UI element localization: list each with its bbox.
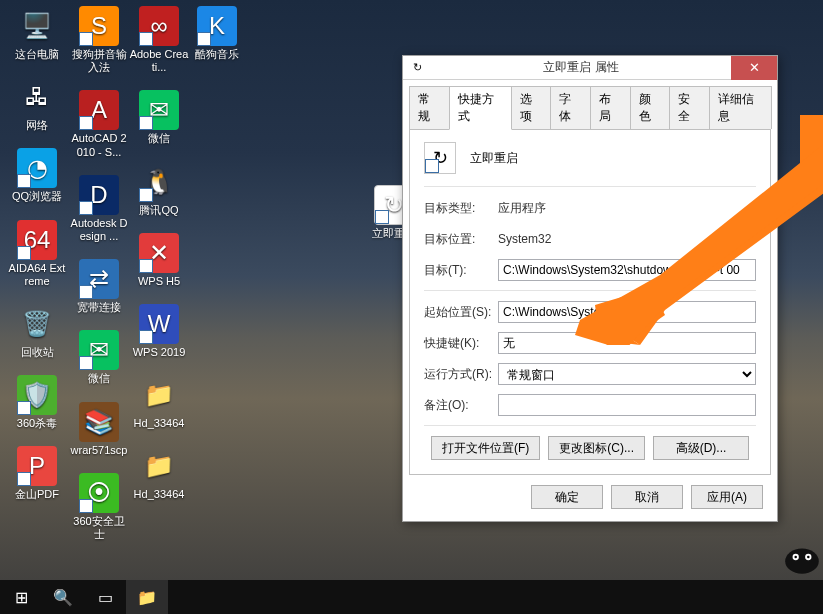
label-target: 目标(T): [424,262,498,279]
label-comment: 备注(O): [424,397,498,414]
app-icon: K [197,6,237,46]
svg-point-4 [785,549,819,574]
desktop-icon[interactable]: 🛡️360杀毒 [6,375,68,430]
select-run[interactable]: 常规窗口 [498,363,756,385]
desktop-icon-label: 金山PDF [15,488,59,501]
task-view-button[interactable]: ▭ [84,580,126,614]
desktop-icon[interactable]: P金山PDF [6,446,68,501]
start-button[interactable]: ⊞ [0,580,42,614]
desktop-icon-label: Hd_33464 [134,488,185,501]
app-icon: P [17,446,57,486]
window-icon: ↻ [409,60,425,76]
app-icon: ✉ [79,330,119,370]
desktop-icon-label: 360杀毒 [17,417,57,430]
app-icon: ∞ [139,6,179,46]
dialog-footer: 确定 取消 应用(A) [403,475,777,521]
input-target[interactable] [498,259,756,281]
desktop-icon[interactable]: S搜狗拼音输入法 [68,6,130,74]
desktop-icon-label: 酷狗音乐 [195,48,239,61]
close-button[interactable]: ✕ [731,56,777,80]
tab-颜色[interactable]: 颜色 [630,86,671,129]
desktop-icon[interactable]: 📁Hd_33464 [128,375,190,430]
app-icon: 🖧 [17,77,57,117]
app-icon: ✕ [139,233,179,273]
value-target-type: 应用程序 [498,200,756,217]
input-hotkey[interactable] [498,332,756,354]
desktop-icon-label: wrar571scp [71,444,128,457]
app-icon: 🗑️ [17,304,57,344]
tab-布局[interactable]: 布局 [590,86,631,129]
desktop-icon[interactable]: K酷狗音乐 [186,6,248,61]
apply-button[interactable]: 应用(A) [691,485,763,509]
desktop-icon[interactable]: ⇄宽带连接 [68,259,130,314]
ok-button[interactable]: 确定 [531,485,603,509]
svg-point-8 [807,556,810,559]
tab-安全[interactable]: 安全 [669,86,710,129]
search-button[interactable]: 🔍 [42,580,84,614]
label-start-in: 起始位置(S): [424,304,498,321]
svg-point-7 [794,556,797,559]
desktop-icon[interactable]: ✉微信 [128,90,190,145]
explorer-button[interactable]: 📁 [126,580,168,614]
value-target-location: System32 [498,232,756,246]
tab-常规[interactable]: 常规 [409,86,450,129]
label-run: 运行方式(R): [424,366,498,383]
desktop-icon[interactable]: WWPS 2019 [128,304,190,359]
properties-dialog: ↻ 立即重启 属性 ✕ 常规快捷方式选项字体布局颜色安全详细信息 ↻ 立即重启 … [402,55,778,522]
titlebar[interactable]: ↻ 立即重启 属性 ✕ [403,56,777,80]
desktop-icon[interactable]: ✉微信 [68,330,130,385]
app-icon: ✉ [139,90,179,130]
input-comment[interactable] [498,394,756,416]
desktop-icon[interactable]: 📚wrar571scp [68,402,130,457]
desktop-icon-label: 360安全卫士 [69,515,129,541]
input-start-in[interactable] [498,301,756,323]
desktop-icon[interactable]: 🖥️这台电脑 [6,6,68,61]
desktop-icon[interactable]: ✕WPS H5 [128,233,190,288]
desktop-icon[interactable]: ⦿360安全卫士 [68,473,130,541]
tab-快捷方式[interactable]: 快捷方式 [449,86,512,130]
desktop-icon-label: AutoCAD 2010 - S... [69,132,129,158]
shortcut-name: 立即重启 [470,150,518,167]
desktop-icon-label: 微信 [88,372,110,385]
desktop-icon[interactable]: 🗑️回收站 [6,304,68,359]
app-icon: ⇄ [79,259,119,299]
app-icon: ◔ [17,148,57,188]
desktop-icon-label: 这台电脑 [15,48,59,61]
app-icon: 📁 [139,446,179,486]
desktop-icon-label: AIDA64 Extreme [7,262,67,288]
label-hotkey: 快捷键(K): [424,335,498,352]
desktop-icon[interactable]: 🐧腾讯QQ [128,162,190,217]
desktop-icon[interactable]: ∞Adobe Creati... [128,6,190,74]
cancel-button[interactable]: 取消 [611,485,683,509]
shortcut-large-icon: ↻ [424,142,456,174]
desktop-icon-label: Adobe Creati... [129,48,189,74]
desktop-icon[interactable]: 📁Hd_33464 [128,446,190,501]
desktop-icon[interactable]: 64AIDA64 Extreme [6,220,68,288]
desktop-icon[interactable]: 🖧网络 [6,77,68,132]
app-icon: D [79,175,119,215]
tab-字体[interactable]: 字体 [550,86,591,129]
tab-详细信息[interactable]: 详细信息 [709,86,772,129]
app-icon: 🖥️ [17,6,57,46]
tab-选项[interactable]: 选项 [511,86,552,129]
tab-strip: 常规快捷方式选项字体布局颜色安全详细信息 [403,80,777,129]
app-icon: ⦿ [79,473,119,513]
open-file-location-button[interactable]: 打开文件位置(F) [431,436,540,460]
desktop-icon-label: 回收站 [21,346,54,359]
desktop-icon-label: 宽带连接 [77,301,121,314]
desktop-icon-label: 搜狗拼音输入法 [69,48,129,74]
taskbar: ⊞🔍▭📁 [0,580,823,614]
tab-panel-shortcut: ↻ 立即重启 目标类型: 应用程序 目标位置: System32 目标(T): … [409,129,771,475]
desktop-icon[interactable]: AAutoCAD 2010 - S... [68,90,130,158]
label-target-location: 目标位置: [424,231,498,248]
window-title: 立即重启 属性 [431,59,731,76]
desktop-icon[interactable]: ◔QQ浏览器 [6,148,68,203]
desktop-icon-label: 腾讯QQ [139,204,178,217]
desktop-icon-label: QQ浏览器 [12,190,62,203]
advanced-button[interactable]: 高级(D)... [653,436,749,460]
desktop-icon-label: Hd_33464 [134,417,185,430]
app-icon: 📚 [79,402,119,442]
mascot-icon [781,536,823,578]
change-icon-button[interactable]: 更改图标(C)... [548,436,645,460]
desktop-icon[interactable]: DAutodesk Design ... [68,175,130,243]
